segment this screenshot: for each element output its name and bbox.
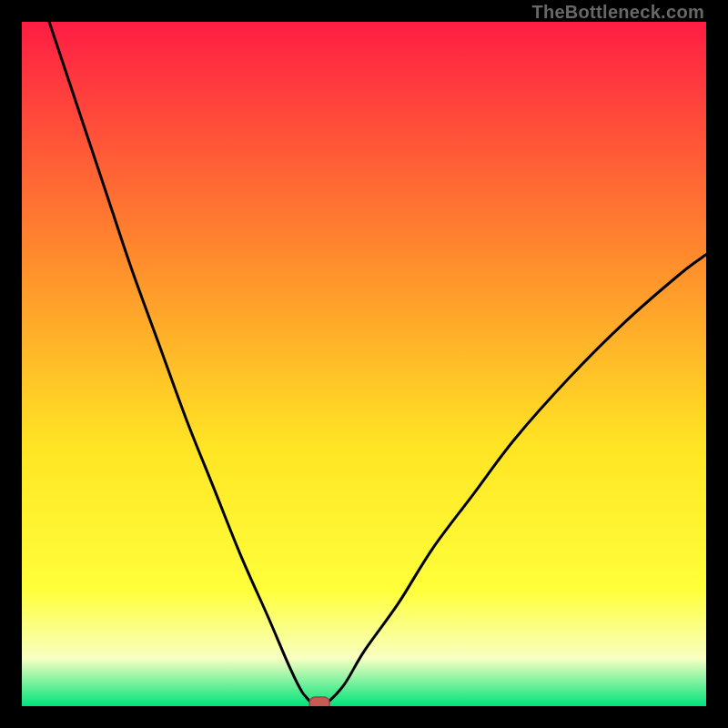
chart-frame — [22, 22, 706, 706]
optimal-point-marker — [309, 697, 329, 706]
watermark-text: TheBottleneck.com — [531, 2, 704, 23]
gradient-background — [22, 22, 706, 706]
bottleneck-chart — [22, 22, 706, 706]
